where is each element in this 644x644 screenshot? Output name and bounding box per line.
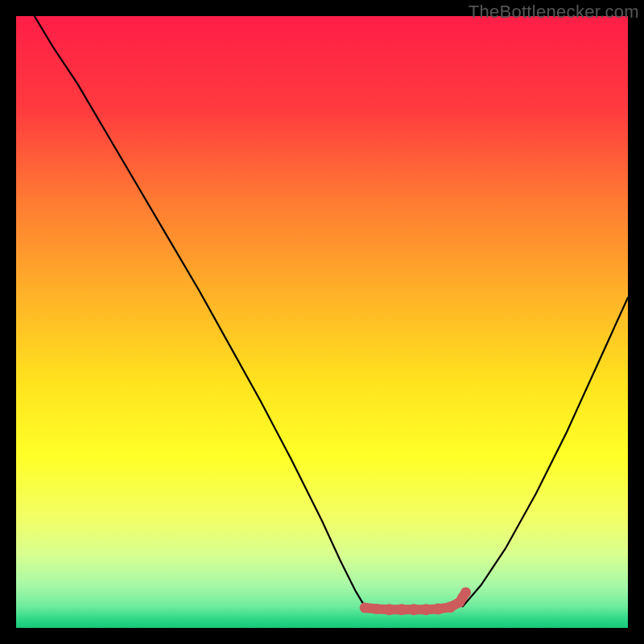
valley-dot (360, 602, 370, 613)
valley-dot (384, 604, 395, 615)
valley-dot (432, 603, 444, 614)
valley-dot (408, 604, 419, 615)
valley-dot (372, 604, 382, 614)
gradient-background (16, 16, 628, 628)
valley-dot (420, 604, 431, 615)
valley-dot (460, 587, 471, 597)
valley-dot (445, 601, 456, 613)
valley-dot (396, 604, 407, 615)
watermark-text: TheBottlenecker.com (469, 2, 639, 23)
chart-svg (16, 16, 628, 628)
chart-frame (16, 16, 628, 628)
